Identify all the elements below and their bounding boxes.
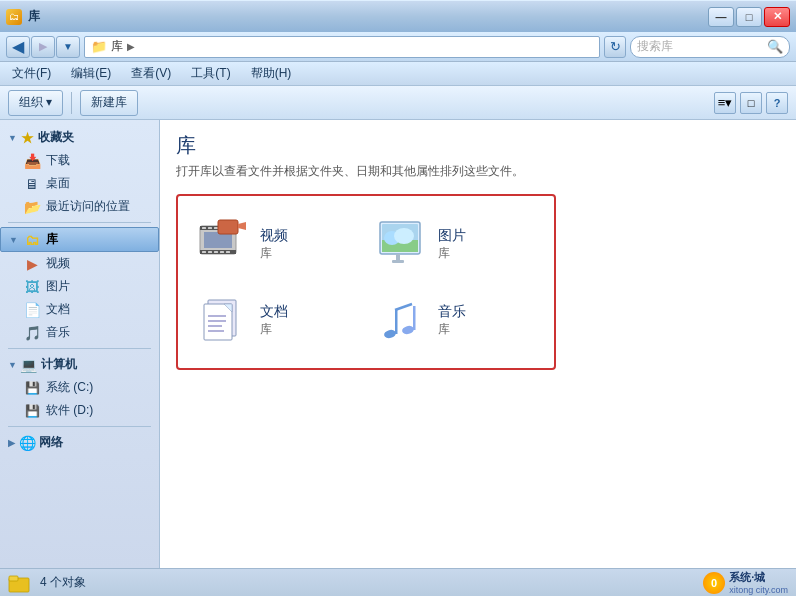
logo-sub-text: xitong city.com <box>729 585 788 595</box>
library-picture-name: 图片 <box>438 227 466 245</box>
sidebar-item-softwared[interactable]: 💾 软件 (D:) <box>0 399 159 422</box>
library-item-video[interactable]: 视频 库 <box>188 206 366 282</box>
video-label: 视频 <box>46 255 70 272</box>
library-grid: 视频 库 <box>176 194 556 370</box>
sidebar-favorites-header[interactable]: ▼ ★ 收藏夹 <box>0 126 159 149</box>
svg-marker-16 <box>238 222 246 230</box>
new-library-button[interactable]: 新建库 <box>80 90 138 116</box>
menu-tools[interactable]: 工具(T) <box>187 63 234 84</box>
sidebar-item-music[interactable]: 🎵 音乐 <box>0 321 159 344</box>
sidebar-item-desktop[interactable]: 🖥 桌面 <box>0 172 159 195</box>
statusbar-folder-icon <box>8 571 32 595</box>
layout-button[interactable]: □ <box>740 92 762 114</box>
path-separator: ▶ <box>127 41 135 52</box>
library-music-info: 音乐 库 <box>438 303 466 338</box>
library-video-info: 视频 库 <box>260 227 288 262</box>
search-placeholder: 搜索库 <box>637 38 673 55</box>
svg-point-34 <box>401 325 415 336</box>
sidebar: ▼ ★ 收藏夹 📥 下载 🖥 桌面 📂 最近访问的位置 ▼ 🗂 <box>0 120 160 568</box>
favorites-label: 收藏夹 <box>38 129 74 146</box>
document-icon: 📄 <box>24 302 40 318</box>
favorites-star-icon: ★ <box>21 130 34 146</box>
systemc-icon: 💾 <box>24 380 40 396</box>
titlebar: 🗂 库 — □ ✕ <box>0 0 796 32</box>
favorites-arrow-icon: ▼ <box>8 133 17 143</box>
minimize-button[interactable]: — <box>708 7 734 27</box>
sidebar-item-recent[interactable]: 📂 最近访问的位置 <box>0 195 159 218</box>
svg-line-33 <box>395 304 412 310</box>
picture-label: 图片 <box>46 278 70 295</box>
music-label: 音乐 <box>46 324 70 341</box>
sidebar-item-downloads[interactable]: 📥 下载 <box>0 149 159 172</box>
back-button[interactable]: ◀ <box>6 36 30 58</box>
sidebar-item-picture[interactable]: 🖼 图片 <box>0 275 159 298</box>
library-picture-type: 库 <box>438 245 466 262</box>
svg-rect-37 <box>9 576 18 581</box>
status-count: 4 个对象 <box>40 574 86 591</box>
path-root: 库 <box>111 38 123 55</box>
sidebar-item-document[interactable]: 📄 文档 <box>0 298 159 321</box>
address-path[interactable]: 📁 库 ▶ <box>84 36 600 58</box>
close-button[interactable]: ✕ <box>764 7 790 27</box>
library-icon: 🗂 <box>24 232 40 248</box>
svg-rect-5 <box>214 227 218 229</box>
desktop-icon: 🖥 <box>24 176 40 192</box>
network-arrow-icon: ▶ <box>8 438 15 448</box>
svg-rect-32 <box>395 310 398 334</box>
organize-button[interactable]: 组织 ▾ <box>8 90 63 116</box>
library-picture-info: 图片 库 <box>438 227 466 262</box>
window-title: 库 <box>28 8 40 25</box>
search-box[interactable]: 搜索库 🔍 <box>630 36 790 58</box>
svg-rect-22 <box>396 254 400 260</box>
svg-rect-9 <box>202 251 206 253</box>
svg-rect-15 <box>218 220 238 234</box>
computer-arrow-icon: ▼ <box>8 360 17 370</box>
menu-view[interactable]: 查看(V) <box>127 63 175 84</box>
refresh-button[interactable]: ↻ <box>604 36 626 58</box>
menu-edit[interactable]: 编辑(E) <box>67 63 115 84</box>
library-document-info: 文档 库 <box>260 303 288 338</box>
sidebar-library-header[interactable]: ▼ 🗂 库 <box>0 227 159 252</box>
maximize-button[interactable]: □ <box>736 7 762 27</box>
main-panel: 库 打开库以查看文件并根据文件夹、日期和其他属性排列这些文件。 <box>160 120 796 568</box>
library-label: 库 <box>46 231 58 248</box>
window-controls: — □ ✕ <box>708 7 790 27</box>
help-button[interactable]: ? <box>766 92 788 114</box>
library-item-picture[interactable]: 图片 库 <box>366 206 544 282</box>
dropdown-button[interactable]: ▼ <box>56 36 80 58</box>
library-music-icon <box>376 294 428 346</box>
video-icon: ▶ <box>24 256 40 272</box>
systemc-label: 系统 (C:) <box>46 379 93 396</box>
statusbar: 4 个对象 0 系统·城 xitong city.com <box>0 568 796 596</box>
svg-rect-3 <box>202 227 206 229</box>
sidebar-divider-1 <box>8 222 151 223</box>
svg-rect-10 <box>208 251 212 253</box>
addressbar: ◀ ▶ ▼ 📁 库 ▶ ↻ 搜索库 🔍 <box>0 32 796 62</box>
sidebar-item-systemc[interactable]: 💾 系统 (C:) <box>0 376 159 399</box>
library-item-document[interactable]: 文档 库 <box>188 282 366 358</box>
library-video-name: 视频 <box>260 227 288 245</box>
recent-label: 最近访问的位置 <box>46 198 130 215</box>
sidebar-network-header[interactable]: ▶ 🌐 网络 <box>0 431 159 454</box>
library-document-name: 文档 <box>260 303 288 321</box>
sidebar-divider-2 <box>8 348 151 349</box>
sidebar-computer-header[interactable]: ▼ 💻 计算机 <box>0 353 159 376</box>
toolbar: 组织 ▾ 新建库 ≡▾ □ ? <box>0 86 796 120</box>
menu-file[interactable]: 文件(F) <box>8 63 55 84</box>
view-options-button[interactable]: ≡▾ <box>714 92 736 114</box>
logo-text-group: 系统·城 xitong city.com <box>729 570 788 595</box>
library-item-music[interactable]: 音乐 库 <box>366 282 544 358</box>
library-document-type: 库 <box>260 321 288 338</box>
svg-rect-23 <box>392 260 404 263</box>
sidebar-item-video[interactable]: ▶ 视频 <box>0 252 159 275</box>
sidebar-favorites-section: ▼ ★ 收藏夹 📥 下载 🖥 桌面 📂 最近访问的位置 <box>0 126 159 218</box>
panel-title: 库 <box>176 132 780 159</box>
panel-subtitle: 打开库以查看文件并根据文件夹、日期和其他属性排列这些文件。 <box>176 163 780 180</box>
logo-main-text: 系统·城 <box>729 570 788 585</box>
library-video-icon <box>198 218 250 270</box>
sidebar-library-section: ▼ 🗂 库 ▶ 视频 🖼 图片 📄 文档 🎵 音乐 <box>0 227 159 344</box>
content-area: ▼ ★ 收藏夹 📥 下载 🖥 桌面 📂 最近访问的位置 ▼ 🗂 <box>0 120 796 568</box>
forward-button[interactable]: ▶ <box>31 36 55 58</box>
softwared-label: 软件 (D:) <box>46 402 93 419</box>
menu-help[interactable]: 帮助(H) <box>247 63 296 84</box>
